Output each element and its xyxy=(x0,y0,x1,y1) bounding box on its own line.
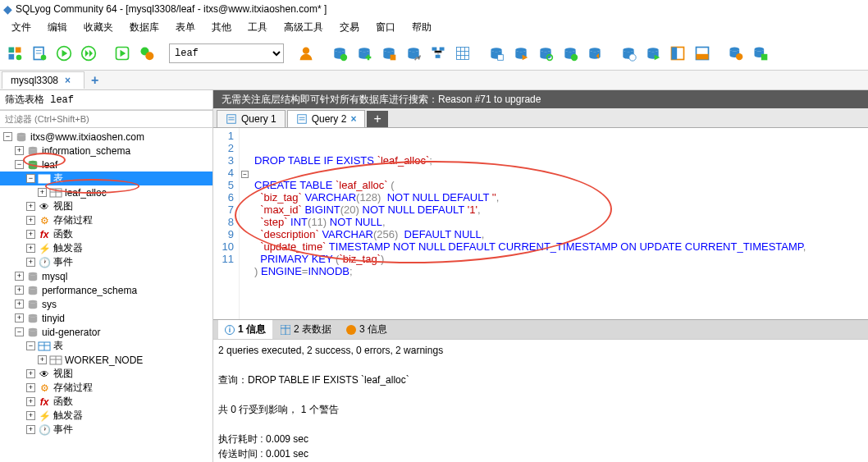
expand-icon[interactable]: + xyxy=(15,286,24,295)
expand-icon[interactable]: − xyxy=(26,174,35,183)
db-copy-button[interactable] xyxy=(485,42,508,65)
db-chart-button[interactable] xyxy=(402,42,425,65)
menu-table[interactable]: 表单 xyxy=(167,19,203,36)
expand-icon[interactable]: + xyxy=(26,369,35,378)
menu-window[interactable]: 窗口 xyxy=(368,19,404,36)
tree-procs-folder-uid[interactable]: +⚙存储过程 xyxy=(0,381,212,395)
result-tab-info1[interactable]: i1 信息 xyxy=(218,320,272,339)
upgrade-banner[interactable]: 无需关注底层结构即可针对所有数据库进行搜索：Reason #71 to upgr… xyxy=(213,90,868,108)
menu-other[interactable]: 其他 xyxy=(203,19,240,36)
tree-views-folder[interactable]: +👁视图 xyxy=(0,199,212,213)
svg-point-33 xyxy=(629,53,636,60)
menu-advanced[interactable]: 高级工具 xyxy=(276,19,331,36)
expand-icon[interactable]: + xyxy=(15,313,24,322)
tree-triggers-folder-uid[interactable]: +⚡触发器 xyxy=(0,409,212,423)
db-backup-button[interactable] xyxy=(583,42,606,65)
svg-point-25 xyxy=(491,48,501,52)
expand-icon[interactable]: − xyxy=(3,132,12,141)
db-grid-button[interactable] xyxy=(451,42,474,65)
db-sync-button[interactable] xyxy=(534,42,557,65)
expand-icon[interactable]: + xyxy=(38,355,47,364)
close-icon[interactable]: × xyxy=(65,75,71,86)
database-icon xyxy=(26,285,39,296)
tree-events-folder-uid[interactable]: +🕐事件 xyxy=(0,423,212,437)
tree-db-sys[interactable]: +sys xyxy=(0,297,212,311)
filter-input[interactable] xyxy=(0,110,212,128)
tree-events-folder[interactable]: +🕐事件 xyxy=(0,255,212,269)
database-select[interactable]: leaf xyxy=(169,43,284,63)
tree-db-mysql[interactable]: +mysql xyxy=(0,269,212,283)
expand-icon[interactable]: + xyxy=(15,272,24,281)
tree-db-performance-schema[interactable]: +performance_schema xyxy=(0,283,212,297)
expand-icon[interactable]: − xyxy=(15,327,24,336)
expand-icon[interactable]: + xyxy=(26,425,35,434)
expand-icon[interactable]: + xyxy=(26,244,35,253)
tree-db-leaf[interactable]: −leaf xyxy=(0,158,212,172)
db-tool1-button[interactable] xyxy=(724,42,747,65)
tree-procs-folder[interactable]: +⚙存储过程 xyxy=(0,213,212,227)
expand-icon[interactable]: + xyxy=(15,300,24,309)
tree-funcs-folder[interactable]: +fx函数 xyxy=(0,227,212,241)
expand-icon[interactable]: + xyxy=(26,397,35,406)
add-connection-button[interactable]: + xyxy=(85,73,105,88)
results-panel: 2 queries executed, 2 success, 0 errors,… xyxy=(213,339,868,462)
expand-icon[interactable]: + xyxy=(26,411,35,420)
menu-transaction[interactable]: 交易 xyxy=(331,19,368,36)
tree-db-information-schema[interactable]: +information_schema xyxy=(0,144,212,158)
new-query-button[interactable] xyxy=(28,42,51,65)
db-import-button[interactable] xyxy=(559,42,582,65)
tree-db-tinyid[interactable]: +tinyid xyxy=(0,311,212,325)
menu-favorites[interactable]: 收藏夹 xyxy=(75,19,121,36)
execute-button[interactable] xyxy=(53,42,75,65)
db-tool2-button[interactable] xyxy=(749,42,772,65)
tab-query-2[interactable]: Query 2× xyxy=(287,110,366,127)
db-refresh-button[interactable] xyxy=(328,42,351,65)
tab-query-1[interactable]: Query 1 xyxy=(217,110,286,127)
db-schedule-button[interactable] xyxy=(617,42,640,65)
tree-tables-folder[interactable]: −表 xyxy=(0,172,212,185)
close-icon[interactable]: × xyxy=(350,113,356,125)
db-table-button[interactable] xyxy=(377,42,400,65)
tree-table-worker-node[interactable]: +WORKER_NODE xyxy=(0,353,212,367)
tree-table-leaf-alloc[interactable]: +leaf_alloc xyxy=(0,185,212,199)
expand-icon[interactable]: − xyxy=(26,341,35,350)
menu-database[interactable]: 数据库 xyxy=(121,19,167,36)
execute-all-button[interactable] xyxy=(77,42,100,65)
sql-editor[interactable]: 1234567891011 − DROP TABLE IF EXISTS `le… xyxy=(213,128,868,319)
table-folder-icon xyxy=(38,341,51,352)
format-button[interactable] xyxy=(135,42,158,65)
menu-tools[interactable]: 工具 xyxy=(240,19,276,36)
tree-triggers-folder[interactable]: +⚡触发器 xyxy=(0,241,212,255)
execute-current-button[interactable] xyxy=(111,42,134,65)
expand-icon[interactable]: + xyxy=(15,146,24,155)
db-script-button[interactable] xyxy=(642,42,665,65)
menu-edit[interactable]: 编辑 xyxy=(39,19,75,36)
expand-icon[interactable]: − xyxy=(15,160,24,169)
db-add-button[interactable] xyxy=(353,42,376,65)
fold-icon[interactable]: − xyxy=(241,171,249,178)
tree-root[interactable]: −itxs@www.itxiaoshen.com xyxy=(0,130,212,144)
expand-icon[interactable]: + xyxy=(26,230,35,239)
user-button[interactable] xyxy=(295,42,318,65)
code-area[interactable]: DROP TABLE IF EXISTS `leaf_alloc`; CREAT… xyxy=(251,128,809,319)
new-connection-button[interactable] xyxy=(3,42,26,65)
menu-file[interactable]: 文件 xyxy=(3,19,39,36)
expand-icon[interactable]: + xyxy=(26,258,35,267)
result-tab-info3[interactable]: 3 信息 xyxy=(340,320,394,339)
result-tab-tabledata[interactable]: 2 表数据 xyxy=(274,320,338,339)
menu-help[interactable]: 帮助 xyxy=(404,19,440,36)
db-export-button[interactable] xyxy=(509,42,532,65)
tree-funcs-folder-uid[interactable]: +fx函数 xyxy=(0,395,212,409)
connection-tab-mysql3308[interactable]: mysql3308 × xyxy=(2,71,85,89)
expand-icon[interactable]: + xyxy=(26,202,35,211)
layout1-button[interactable] xyxy=(666,42,689,65)
tree-tables-folder-uid[interactable]: −表 xyxy=(0,339,212,353)
layout2-button[interactable] xyxy=(691,42,714,65)
db-relation-button[interactable] xyxy=(427,42,450,65)
tree-db-uid-generator[interactable]: −uid-generator xyxy=(0,325,212,339)
expand-icon[interactable]: + xyxy=(38,188,47,197)
add-query-tab-button[interactable]: + xyxy=(367,111,387,127)
expand-icon[interactable]: + xyxy=(26,216,35,225)
expand-icon[interactable]: + xyxy=(26,383,35,392)
tree-views-folder-uid[interactable]: +👁视图 xyxy=(0,367,212,381)
